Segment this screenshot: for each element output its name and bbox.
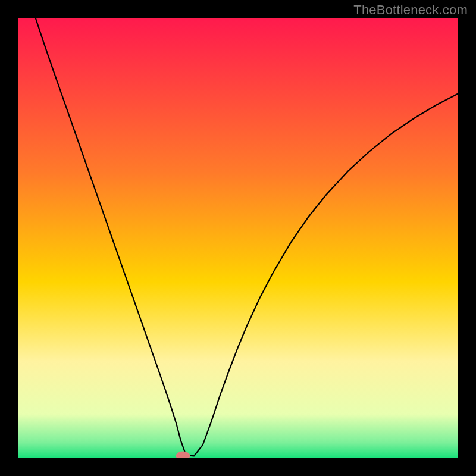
watermark-text: TheBottleneck.com	[353, 2, 468, 18]
plot-svg	[18, 18, 458, 458]
gradient-background	[18, 18, 458, 458]
plot-area	[18, 18, 458, 458]
chart-frame: TheBottleneck.com	[0, 0, 476, 476]
